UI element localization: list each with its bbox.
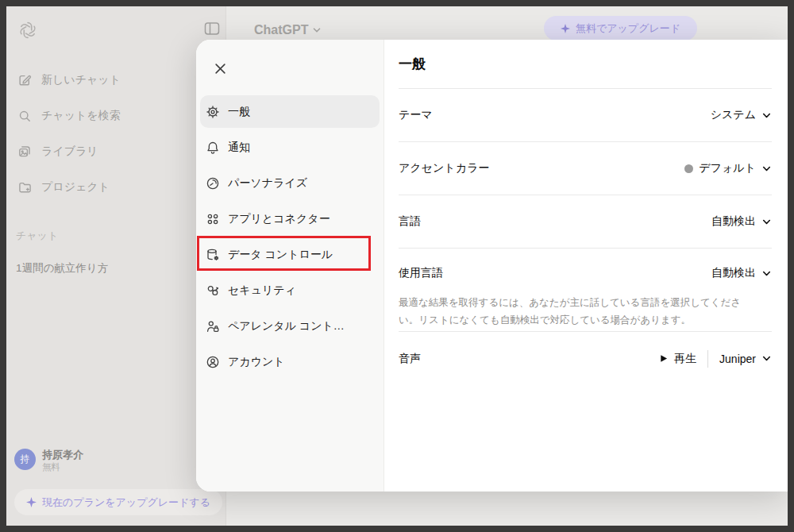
user-plan-badge: 無料 <box>42 461 83 473</box>
sparkle-icon <box>561 24 570 33</box>
bell-icon <box>206 141 220 155</box>
settings-tab-apps-connectors[interactable]: アプリとコネクター <box>200 202 380 235</box>
setting-row-language: 言語 自動検出 <box>399 195 772 249</box>
settings-tab-label: 通知 <box>228 141 250 155</box>
settings-menu-panel: 一般 通知 パーソナライズ <box>196 40 384 492</box>
user-profile[interactable]: 持 持原孝介 無料 <box>14 449 83 473</box>
theme-dropdown[interactable]: システム <box>711 108 772 122</box>
chevron-down-icon <box>761 268 772 279</box>
divider <box>707 350 708 368</box>
settings-tab-notifications[interactable]: 通知 <box>200 131 380 164</box>
sidebar-item-projects[interactable]: プロジェクト <box>17 173 216 202</box>
sidebar-item-label: プロジェクト <box>41 180 110 195</box>
accent-color-dropdown[interactable]: デフォルト <box>684 161 772 175</box>
chevron-down-icon <box>761 217 772 227</box>
parental-controls-icon <box>206 319 220 333</box>
voice-controls: 再生 Juniper <box>659 350 772 368</box>
settings-tab-label: データ コントロール <box>228 248 333 262</box>
settings-tab-label: 一般 <box>228 105 250 119</box>
upgrade-plan-button[interactable]: 現在のプランをアップグレードする <box>14 489 222 515</box>
voice-value: Juniper <box>719 353 756 365</box>
setting-row-theme: テーマ システム <box>399 89 772 142</box>
upgrade-plan-label: 現在のプランをアップグレードする <box>42 495 210 510</box>
projects-icon <box>17 180 32 195</box>
setting-row-spoken-language: 使用言語 自動検出 最適な結果を取得するには、あなたが主に話している言語を選択し… <box>399 249 772 332</box>
personalize-icon <box>206 176 220 191</box>
sparkle-icon <box>26 497 37 507</box>
setting-row-voice: 音声 再生 Juniper <box>399 332 772 385</box>
data-controls-icon <box>206 248 220 262</box>
settings-menu-list: 一般 通知 パーソナライズ <box>200 95 380 381</box>
app-screen: 新しいチャット チャットを検索 ライブラリ <box>6 6 788 526</box>
settings-tab-data-controls[interactable]: データ コントロール <box>200 238 380 271</box>
setting-row-accent-color: アクセントカラー デフォルト <box>399 142 772 195</box>
account-icon <box>206 355 220 369</box>
sidebar-item-label: ライブラリ <box>41 145 98 159</box>
model-switcher[interactable]: ChatGPT <box>254 23 322 37</box>
sidebar-item-search-chats[interactable]: チャットを検索 <box>17 102 216 130</box>
close-icon <box>214 63 226 75</box>
avatar: 持 <box>14 449 36 470</box>
voice-play-button[interactable]: 再生 <box>659 352 696 366</box>
settings-tab-label: ペアレンタル コント… <box>228 319 345 333</box>
voice-play-label: 再生 <box>674 352 696 366</box>
sidebar-item-new-chat[interactable]: 新しいチャット <box>17 66 216 94</box>
security-icon <box>206 283 220 298</box>
setting-label: 音声 <box>399 352 421 366</box>
chevron-down-icon <box>761 110 772 121</box>
voice-dropdown[interactable]: Juniper <box>719 353 772 365</box>
upgrade-free-pill-label: 無料でアップグレード <box>576 21 680 36</box>
language-value: 自動検出 <box>711 214 756 229</box>
sidebar-toggle-icon[interactable] <box>203 21 221 37</box>
chat-list-item[interactable]: 1週間の献立作り方 <box>16 261 108 276</box>
sidebar: 新しいチャット チャットを検索 ライブラリ <box>6 6 226 526</box>
theme-value: システム <box>711 108 756 122</box>
play-icon <box>659 354 668 363</box>
settings-tab-personalize[interactable]: パーソナライズ <box>200 167 380 199</box>
sidebar-item-label: 新しいチャット <box>41 73 121 87</box>
setting-label: アクセントカラー <box>399 161 489 175</box>
chevron-down-icon <box>761 164 772 174</box>
search-icon <box>17 109 32 123</box>
spoken-language-value: 自動検出 <box>711 266 756 280</box>
settings-tab-label: アプリとコネクター <box>228 212 330 226</box>
gear-icon <box>206 105 220 119</box>
settings-tab-parental-controls[interactable]: ペアレンタル コント… <box>200 310 380 342</box>
chatgpt-logo-icon <box>17 20 38 40</box>
settings-tab-general[interactable]: 一般 <box>200 95 380 128</box>
chevron-down-icon <box>761 353 772 364</box>
apps-connectors-icon <box>206 212 220 226</box>
settings-tab-account[interactable]: アカウント <box>200 345 380 378</box>
sidebar-item-label: チャットを検索 <box>41 109 121 123</box>
language-dropdown[interactable]: 自動検出 <box>711 214 772 229</box>
settings-tab-label: パーソナライズ <box>228 176 307 191</box>
sidebar-nav: 新しいチャット チャットを検索 ライブラリ <box>17 66 216 209</box>
settings-tab-security[interactable]: セキュリティ <box>200 274 380 306</box>
accent-color-dot <box>684 164 693 173</box>
settings-modal: 一般 通知 パーソナライズ <box>196 40 788 492</box>
settings-tab-label: セキュリティ <box>228 283 296 298</box>
spoken-language-dropdown[interactable]: 自動検出 <box>711 266 772 280</box>
setting-label: 言語 <box>399 214 421 229</box>
sidebar-item-library[interactable]: ライブラリ <box>17 137 216 166</box>
user-name: 持原孝介 <box>42 449 83 461</box>
sidebar-section-chats-label: チャット <box>16 229 58 243</box>
settings-tab-label: アカウント <box>228 355 285 369</box>
app-title: ChatGPT <box>254 23 308 37</box>
spoken-language-description: 最適な結果を取得するには、あなたが主に話している言語を選択してください。リストに… <box>399 295 754 330</box>
setting-label: テーマ <box>399 108 433 122</box>
library-icon <box>17 145 32 159</box>
new-chat-icon <box>17 73 32 87</box>
chevron-down-icon <box>312 25 322 35</box>
settings-page-title: 一般 <box>399 40 772 89</box>
settings-content-panel: 一般 テーマ システム アクセントカラー デフォルト 言語 <box>385 40 788 492</box>
close-button[interactable] <box>209 57 231 79</box>
upgrade-free-pill-button[interactable]: 無料でアップグレード <box>544 16 697 40</box>
accent-color-value: デフォルト <box>699 161 756 175</box>
setting-label: 使用言語 <box>399 266 443 280</box>
